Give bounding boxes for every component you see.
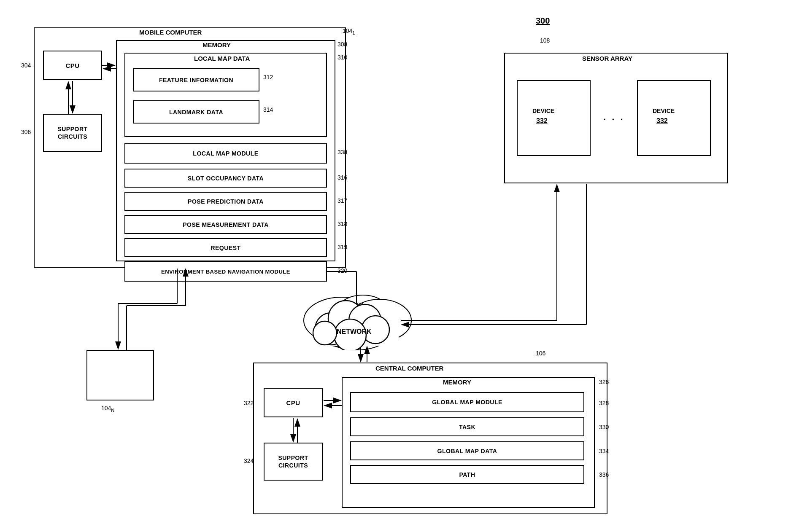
- central-cpu-label: CPU: [286, 399, 300, 406]
- central-support-circuits-label: SUPPORTCIRCUITS: [278, 454, 308, 469]
- global-map-data-box: GLOBAL MAP DATA: [350, 441, 584, 460]
- network-cloud: NETWORK: [308, 295, 392, 350]
- task-label: TASK: [459, 424, 475, 430]
- global-map-module-box: GLOBAL MAP MODULE: [350, 392, 584, 412]
- slot-occupancy-data-ref: 316: [337, 174, 347, 181]
- central-support-circuits-box: SUPPORTCIRCUITS: [264, 443, 323, 481]
- task-ref: 330: [599, 424, 609, 430]
- mobile-computer-ref: 1041: [343, 27, 355, 35]
- memory-ref: 308: [337, 41, 347, 48]
- slot-occupancy-data-label: SLOT OCCUPANCY DATA: [188, 175, 264, 182]
- pose-prediction-data-label: POSE PREDICTION DATA: [188, 198, 264, 205]
- pose-measurement-data-ref: 318: [337, 220, 347, 227]
- environment-nav-module-box: ENVIRONMENT BASED NAVIGATION MODULE: [124, 261, 327, 282]
- request-ref: 319: [337, 244, 347, 250]
- mobile-cpu-label: CPU: [65, 62, 79, 69]
- pose-measurement-data-label: POSE MEASUREMENT DATA: [183, 221, 269, 228]
- central-cpu-ref: 322: [244, 400, 254, 406]
- mobile-unit-n-ref: 104N: [101, 405, 114, 413]
- mobile-cpu-box: CPU: [43, 51, 102, 80]
- device1-label: DEVICE: [532, 107, 554, 114]
- sensor-array-label: SENSOR ARRAY: [582, 55, 632, 62]
- mobile-support-circuits-label: SUPPORTCIRCUITS: [57, 125, 87, 140]
- pose-measurement-data-box: POSE MEASUREMENT DATA: [124, 215, 327, 234]
- global-map-module-ref: 328: [599, 400, 609, 406]
- figure-number: 300: [536, 16, 550, 26]
- central-computer-ref: 106: [536, 350, 545, 357]
- central-computer-label: CENTRAL COMPUTER: [375, 365, 443, 372]
- device1-num: 332: [536, 117, 548, 125]
- central-cpu-box: CPU: [264, 388, 323, 417]
- request-label: REQUEST: [211, 245, 240, 251]
- slot-occupancy-data-box: SLOT OCCUPANCY DATA: [124, 169, 327, 188]
- path-box: PATH: [350, 465, 584, 484]
- local-map-module-label: LOCAL MAP MODULE: [193, 150, 258, 157]
- feature-information-label: FEATURE INFORMATION: [159, 77, 233, 83]
- memory-label: MEMORY: [202, 41, 231, 48]
- mobile-cpu-ref: 304: [21, 62, 31, 69]
- global-map-data-label: GLOBAL MAP DATA: [437, 448, 497, 454]
- local-map-module-ref: 338: [337, 149, 347, 156]
- device2-num: 332: [656, 117, 668, 125]
- local-map-data-ref: 310: [337, 54, 347, 61]
- environment-nav-module-label: ENVIRONMENT BASED NAVIGATION MODULE: [161, 269, 290, 275]
- mobile-unit-n-box: [86, 350, 154, 400]
- device2-label: DEVICE: [653, 107, 675, 114]
- local-map-data-label: LOCAL MAP DATA: [194, 55, 250, 62]
- svg-text:NETWORK: NETWORK: [337, 328, 372, 335]
- path-ref: 336: [599, 471, 609, 478]
- mobile-support-circuits-ref: 306: [21, 129, 31, 135]
- local-map-data-box: [124, 53, 327, 137]
- svg-point-35: [313, 321, 337, 345]
- path-label: PATH: [459, 471, 475, 478]
- mobile-computer-label: MOBILE COMPUTER: [139, 29, 202, 36]
- mobile-support-circuits-box: SUPPORTCIRCUITS: [43, 114, 102, 152]
- landmark-data-box: LANDMARK DATA: [133, 100, 259, 124]
- central-memory-ref: 326: [599, 379, 609, 385]
- feature-information-ref: 312: [263, 74, 273, 81]
- central-memory-label: MEMORY: [443, 379, 471, 386]
- landmark-data-ref: 314: [263, 106, 273, 113]
- dots: . . .: [603, 112, 625, 123]
- feature-information-box: FEATURE INFORMATION: [133, 68, 259, 91]
- device2-box: [637, 80, 711, 156]
- central-support-circuits-ref: 324: [244, 457, 254, 464]
- landmark-data-label: LANDMARK DATA: [169, 109, 223, 116]
- environment-nav-module-ref: 320: [337, 267, 347, 274]
- task-box: TASK: [350, 417, 584, 436]
- request-box: REQUEST: [124, 238, 327, 257]
- local-map-module-box: LOCAL MAP MODULE: [124, 143, 327, 164]
- global-map-data-ref: 334: [599, 448, 609, 454]
- global-map-module-label: GLOBAL MAP MODULE: [432, 399, 502, 406]
- sensor-array-ref: 108: [540, 37, 550, 44]
- pose-prediction-data-ref: 317: [337, 197, 347, 204]
- pose-prediction-data-box: POSE PREDICTION DATA: [124, 192, 327, 211]
- device1-box: [517, 80, 591, 156]
- patent-diagram: 300 MOBILE COMPUTER 1041 CPU 304 SUPPORT…: [0, 0, 791, 532]
